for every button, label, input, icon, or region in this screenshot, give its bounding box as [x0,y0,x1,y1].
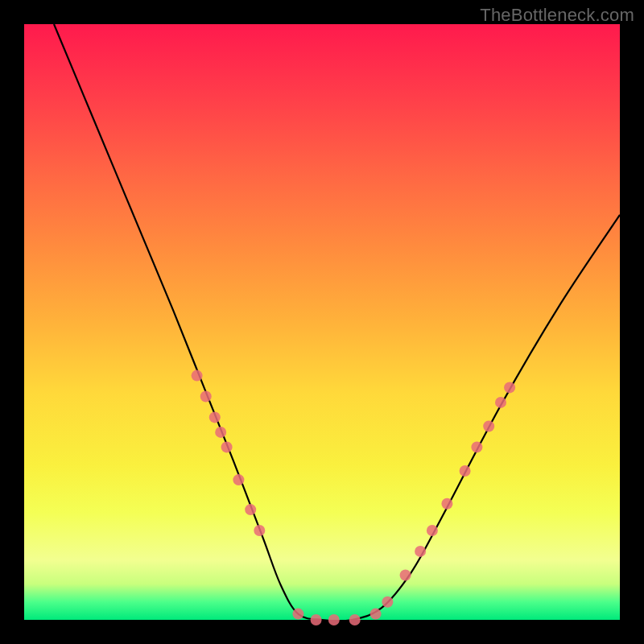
watermark-text: TheBottleneck.com [480,5,634,26]
bottleneck-curve [54,24,620,621]
curve-dot [483,421,494,432]
curve-dot [192,370,203,382]
curve-svg [24,24,620,620]
curve-dot [254,525,265,536]
curve-dot [370,609,382,620]
curve-line [54,24,620,621]
curve-dot [441,498,452,510]
curve-dot [233,474,244,485]
curve-dot [460,465,471,477]
curve-dot [415,546,426,557]
curve-dot [209,411,221,423]
curve-dot [427,525,438,536]
curve-dot [245,504,256,515]
curve-dot [504,382,515,393]
curve-dot [311,614,322,625]
curve-dot [382,597,393,608]
curve-dot [292,609,303,620]
curve-dot [495,397,506,408]
curve-dot [200,391,212,402]
plot-area [24,24,620,620]
curve-dot [215,427,226,438]
chart-frame: TheBottleneck.com [0,0,644,644]
curve-dot [349,614,361,625]
curve-dot [328,614,340,625]
curve-dot [400,570,411,581]
curve-dot [471,441,482,452]
curve-dots [192,370,515,625]
curve-dot [221,441,233,452]
